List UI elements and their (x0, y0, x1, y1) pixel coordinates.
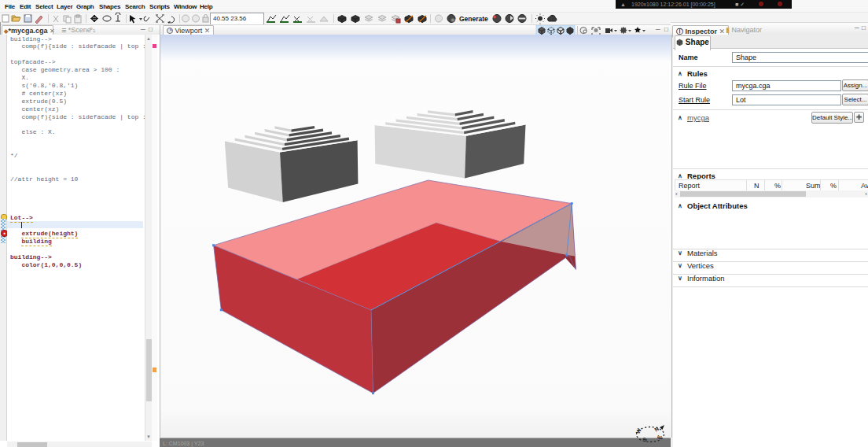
svg-text:Generate: Generate (459, 15, 488, 23)
svg-text:N: N (653, 426, 660, 433)
